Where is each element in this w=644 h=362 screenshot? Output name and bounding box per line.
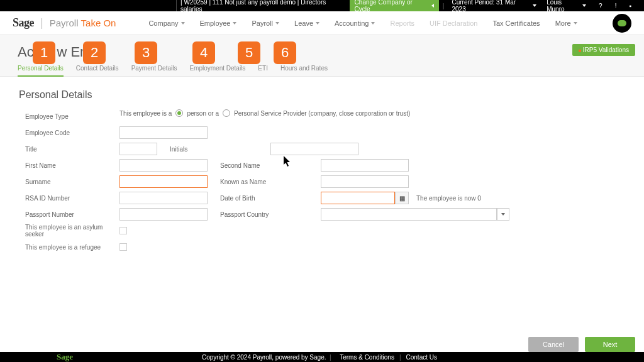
nav-tax-certificates[interactable]: Tax Certificates — [485, 19, 547, 27]
caret-left-icon — [431, 4, 434, 8]
sage-logo: Sage — [13, 16, 34, 30]
employee-type-prefix: This employee is a — [119, 110, 172, 117]
label-passport-country: Passport Country — [220, 211, 321, 218]
help-icon[interactable]: ? — [592, 0, 609, 11]
footer-copyright: Copyright © 2024 Payroll, powered by Sag… — [202, 354, 326, 361]
callout-4: 4 — [192, 41, 215, 64]
callout-5: 5 — [238, 41, 260, 64]
label-dob: Date of Birth — [220, 195, 321, 202]
input-known-as[interactable] — [321, 175, 409, 188]
label-surname: Surname — [19, 178, 119, 185]
nav-leave[interactable]: Leave — [287, 19, 327, 27]
label-second-name: Second Name — [220, 162, 321, 169]
cursor-icon — [283, 156, 292, 167]
checkbox-asylum[interactable] — [119, 227, 127, 234]
label-refugee: This employee is a refugee — [19, 244, 119, 251]
system-topbar: | W20259 | 111 Not just any payroll demo… — [0, 0, 644, 11]
label-emp-code: Employee Code — [19, 129, 119, 136]
callout-6: 6 — [274, 41, 296, 64]
checkbox-refugee[interactable] — [119, 243, 127, 251]
radio-psp[interactable] — [223, 109, 230, 117]
callout-2: 2 — [83, 41, 106, 64]
payroll-label: Payroll — [50, 18, 79, 28]
tab-contact[interactable]: Contact Details — [76, 65, 119, 77]
nav-more[interactable]: More — [548, 19, 585, 27]
page-header: Ac w Em 1 2 3 4 5 6 Personal Details Con… — [0, 35, 644, 77]
takeon-label: Take On — [81, 18, 116, 28]
nav-payroll[interactable]: Payroll — [244, 19, 287, 27]
cancel-button[interactable]: Cancel — [528, 337, 579, 352]
input-rsa-id[interactable] — [119, 192, 208, 204]
input-first-name[interactable] — [119, 159, 208, 172]
input-second-name[interactable] — [321, 159, 409, 172]
employee-age-text: The employee is now 0 — [416, 195, 481, 202]
radio-psp-label: Personal Service Provider (company, clos… — [234, 110, 410, 117]
radio-person-label: person or a — [187, 110, 219, 117]
input-passport-country[interactable] — [321, 208, 497, 221]
nav-employee[interactable]: Employee — [192, 19, 245, 27]
label-emp-type: Employee Type — [19, 113, 119, 120]
user-menu[interactable]: Louis Munro — [540, 0, 592, 11]
calendar-icon[interactable]: ▦ — [395, 192, 409, 204]
form-content: Personal Details This employee is a pers… — [0, 77, 644, 268]
footer-logo: Sage — [57, 352, 73, 362]
label-known-as: Known as Name — [220, 178, 321, 185]
label-passport: Passport Number — [19, 211, 119, 218]
notes-icon[interactable]: ▪ — [623, 0, 638, 11]
input-initials[interactable] — [270, 143, 358, 155]
input-surname[interactable] — [119, 175, 208, 188]
label-rsa-id: RSA ID Number — [19, 195, 119, 202]
tab-payment[interactable]: Payment Details — [131, 65, 177, 77]
tab-eti[interactable]: ETI — [258, 65, 268, 77]
current-period[interactable]: Current Period: 31 Mar 2023 — [448, 0, 540, 11]
input-dob[interactable] — [321, 192, 395, 204]
footer-terms[interactable]: Terms & Conditions — [335, 354, 399, 361]
input-emp-code[interactable] — [119, 126, 208, 139]
footer-contact[interactable]: Contact Us — [401, 354, 442, 361]
chat-icon[interactable] — [613, 14, 631, 33]
nav-uif: UIF Declaration — [422, 19, 485, 27]
label-asylum: This employee is an asylum seeker — [19, 224, 119, 238]
nav-reports: Reports — [382, 19, 422, 27]
main-header: Sage | Payroll Take On Company Employee … — [0, 11, 644, 35]
tab-hours[interactable]: Hours and Rates — [280, 65, 328, 77]
nav-accounting[interactable]: Accounting — [327, 19, 382, 27]
alert-icon[interactable]: ! — [609, 0, 623, 11]
irp5-validations-button[interactable]: IRP5 Validations — [572, 44, 635, 56]
change-company-button[interactable]: Change Company or Cycle — [350, 0, 439, 11]
caret-down-icon — [582, 4, 586, 7]
callout-3: 3 — [135, 41, 157, 64]
input-title[interactable] — [119, 143, 157, 155]
label-title: Title — [19, 146, 119, 153]
caret-down-icon — [533, 4, 536, 7]
input-passport[interactable] — [119, 208, 208, 221]
section-title: Personal Details — [19, 89, 625, 101]
tab-personal[interactable]: Personal Details — [18, 65, 64, 77]
callout-1: 1 — [33, 41, 55, 64]
footer: Sage Copyright © 2024 Payroll, powered b… — [0, 352, 644, 362]
label-first-name: First Name — [19, 162, 119, 169]
context-breadcrumb: | W20259 | 111 Not just any payroll demo… — [176, 0, 350, 11]
label-initials: Initials — [170, 146, 270, 153]
nav-company[interactable]: Company — [141, 19, 192, 27]
tab-employment[interactable]: Employment Details — [189, 65, 245, 77]
dropdown-icon[interactable] — [497, 208, 509, 221]
next-button[interactable]: Next — [585, 337, 635, 352]
button-bar: Cancel Next — [528, 337, 635, 352]
